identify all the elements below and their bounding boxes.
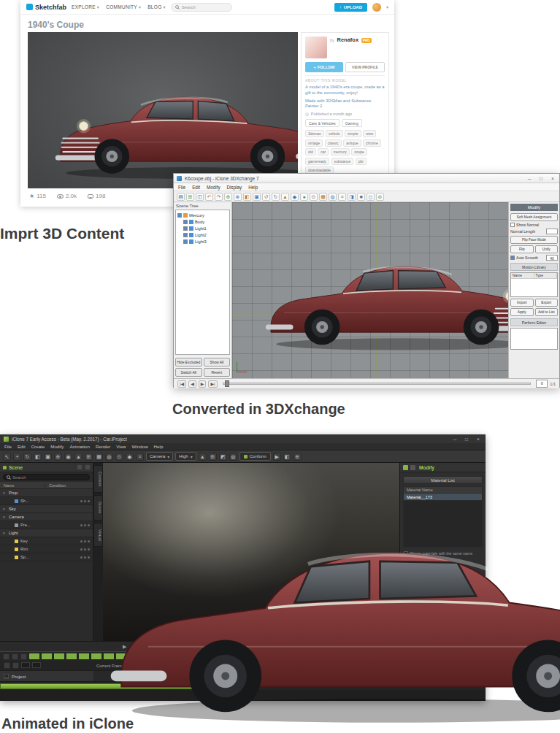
tree-item[interactable]: Light3 — [177, 238, 228, 245]
visibility-checkbox[interactable] — [183, 226, 188, 231]
tag-pill[interactable]: mercury — [331, 148, 350, 156]
tag-pill[interactable]: coupe — [351, 148, 367, 156]
scene-tree-row[interactable]: ▾ Sp... — [0, 553, 93, 561]
twisty-icon[interactable]: ▾ — [3, 491, 7, 495]
tag-pill[interactable]: car — [318, 148, 329, 156]
likes-stat[interactable]: ★ 115 — [29, 193, 46, 199]
scene-tree-button[interactable]: Show All — [204, 358, 231, 366]
quality-dropdown[interactable]: High ▾ — [175, 452, 196, 461]
timeline-tool-icon[interactable] — [3, 653, 9, 660]
toolbar-icon[interactable]: ◻ — [367, 193, 375, 201]
toolbar-icon[interactable]: ⊞ — [209, 453, 217, 461]
toolbar-icon[interactable]: ● — [300, 193, 308, 201]
tree-item[interactable]: Light1 — [177, 225, 228, 231]
toolbar-icon[interactable]: ▣ — [44, 453, 52, 461]
toolbar-icon[interactable]: ⊕ — [224, 193, 232, 201]
toolbar-icon[interactable]: ⊞ — [85, 453, 93, 461]
show-normal-checkbox[interactable] — [510, 223, 515, 227]
export-button[interactable]: Export — [535, 299, 559, 307]
nav-menu-item[interactable]: BLOG ▾ — [147, 4, 166, 9]
coupe-3d-model[interactable] — [54, 60, 298, 182]
toolbar-icon[interactable]: ▲ — [199, 453, 207, 461]
twisty-icon[interactable]: ▾ — [3, 531, 7, 535]
comments-stat[interactable]: 198 — [88, 193, 105, 199]
toolbar-icon[interactable]: ◨ — [348, 193, 356, 201]
toolbar-icon[interactable]: ▦ — [95, 453, 103, 461]
condition-dots[interactable] — [80, 548, 90, 550]
menu-item[interactable]: File — [4, 444, 12, 449]
toolbar-icon[interactable]: ▤ — [177, 193, 185, 201]
panel-option-icon[interactable] — [77, 465, 82, 469]
toolbar-icon[interactable]: ◩ — [219, 453, 227, 461]
toolbar-icon[interactable]: ↷ — [215, 193, 223, 201]
condition-dots[interactable] — [80, 524, 90, 526]
toolbar-icon[interactable]: ⊘ — [376, 193, 384, 201]
sketchfab-logo[interactable]: Sketchfab — [26, 4, 66, 11]
toolbar-icon[interactable]: ▦ — [319, 193, 327, 201]
menu-item[interactable]: Create — [31, 444, 45, 449]
scene-tree-row[interactable]: ▾ Prop — [0, 489, 93, 497]
modify-tab-icon[interactable] — [403, 465, 408, 470]
view-profile-button[interactable]: VIEW PROFILE — [345, 62, 385, 72]
visibility-checkbox[interactable] — [177, 213, 182, 218]
toolbar-icon[interactable]: ≡ — [136, 453, 144, 461]
motion-library-list[interactable]: Name Type — [510, 272, 558, 297]
visibility-checkbox[interactable] — [183, 233, 188, 237]
menu-item[interactable]: Modify — [207, 185, 220, 190]
import-button[interactable]: Import — [510, 299, 534, 307]
prev-frame-button[interactable]: ◀ — [188, 380, 196, 388]
tree-item[interactable]: Light2 — [177, 231, 228, 238]
chevron-down-icon[interactable]: ▾ — [386, 4, 388, 9]
tag-pill[interactable]: substance — [331, 158, 354, 165]
scene-tree-button[interactable]: Switch All — [175, 368, 202, 377]
search-box[interactable]: Search — [3, 474, 90, 480]
timeline-tool-icon[interactable] — [20, 653, 27, 660]
flip-button[interactable]: Flip — [510, 245, 534, 253]
tag-pill[interactable]: 3dsmax — [305, 130, 324, 137]
menu-item[interactable]: Edit — [192, 185, 200, 190]
panel-option-icon[interactable] — [85, 465, 90, 469]
tag-pill[interactable]: retro — [363, 130, 376, 137]
xchange-titlebar[interactable]: K6coupe.obj - iClone 3DXchange 7 ─ □ × — [174, 174, 559, 183]
category-pill[interactable]: Cars & Vehicles — [305, 119, 340, 127]
menu-item[interactable]: Animation — [69, 444, 90, 449]
modify-tab-icon[interactable] — [410, 465, 415, 470]
scene-tree-row[interactable]: ▾ Camera — [0, 513, 93, 521]
frame-field[interactable]: 0 — [536, 380, 548, 388]
category-pill[interactable]: Gaming — [342, 119, 362, 127]
user-avatar[interactable] — [372, 3, 381, 12]
tree-item[interactable]: Body — [177, 218, 228, 225]
toolbar-icon[interactable]: ◆ — [126, 453, 134, 461]
menu-item[interactable]: Help — [154, 444, 164, 449]
menu-item[interactable]: View — [116, 444, 126, 449]
nav-menu-item[interactable]: EXPLORE ▾ — [72, 4, 99, 9]
author-avatar[interactable] — [305, 37, 327, 58]
menu-item[interactable]: Help — [248, 185, 258, 190]
tag-pill[interactable]: vintage — [305, 139, 323, 147]
toolbar-icon[interactable]: ↻ — [23, 453, 31, 461]
tag-pill[interactable]: gameready — [305, 158, 329, 165]
soft-mesh-assignment-button[interactable]: Soft Mesh Assignment — [510, 213, 558, 221]
auto-smooth-row[interactable]: Auto Smooth 40 — [510, 255, 558, 261]
toolbar-icon[interactable]: ■ — [357, 193, 365, 201]
toolbar-icon[interactable]: + — [13, 453, 21, 461]
toolbar-icon[interactable]: ▣ — [253, 193, 261, 201]
timeline-slider[interactable] — [223, 383, 532, 385]
perform-editor-list[interactable] — [510, 328, 558, 350]
minimize-button[interactable]: ─ — [451, 437, 459, 442]
nav-menu-item[interactable]: COMMUNITY ▾ — [106, 4, 141, 9]
tag-pill[interactable]: old — [305, 148, 316, 156]
frame-field[interactable] — [32, 662, 41, 668]
toolbar-icon[interactable]: ⊕ — [54, 453, 62, 461]
tag-pill[interactable]: vehicle — [326, 130, 343, 137]
iclone-titlebar[interactable]: iClone 7 Early Access - Beta (May. 2.201… — [0, 434, 486, 443]
side-tab[interactable]: Scene — [93, 495, 103, 520]
menu-item[interactable]: Render — [96, 444, 110, 449]
toolbar-icon[interactable]: ≡ — [338, 193, 346, 201]
conform-button[interactable]: Conform — [239, 452, 271, 461]
tag-pill[interactable]: classic — [325, 139, 342, 147]
timeline-tool-icon[interactable] — [12, 653, 18, 660]
apply-button[interactable]: Apply — [510, 308, 534, 316]
tag-pill[interactable]: antique — [343, 139, 361, 147]
scene-tree-row[interactable]: ▾ Pre... — [0, 521, 93, 529]
